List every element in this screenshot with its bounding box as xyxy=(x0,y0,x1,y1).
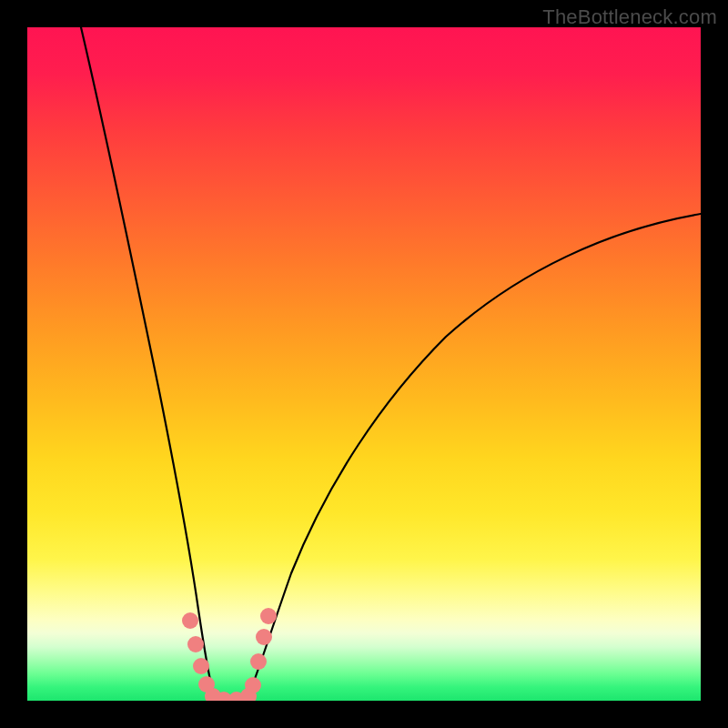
marker-dot xyxy=(187,636,204,652)
marker-dot xyxy=(245,677,261,693)
marker-dot xyxy=(260,608,277,624)
chart-svg xyxy=(27,27,701,701)
bottleneck-curve-right xyxy=(248,214,701,697)
marker-dot xyxy=(193,658,209,674)
marker-dot xyxy=(182,612,198,629)
plot-area xyxy=(27,27,701,701)
bottleneck-curve-left xyxy=(81,27,215,697)
outer-frame: TheBottleneck.com xyxy=(0,0,728,728)
marker-dot xyxy=(256,629,272,645)
curve-layer xyxy=(81,27,701,699)
attribution-text: TheBottleneck.com xyxy=(542,5,717,29)
marker-dot xyxy=(250,653,267,670)
